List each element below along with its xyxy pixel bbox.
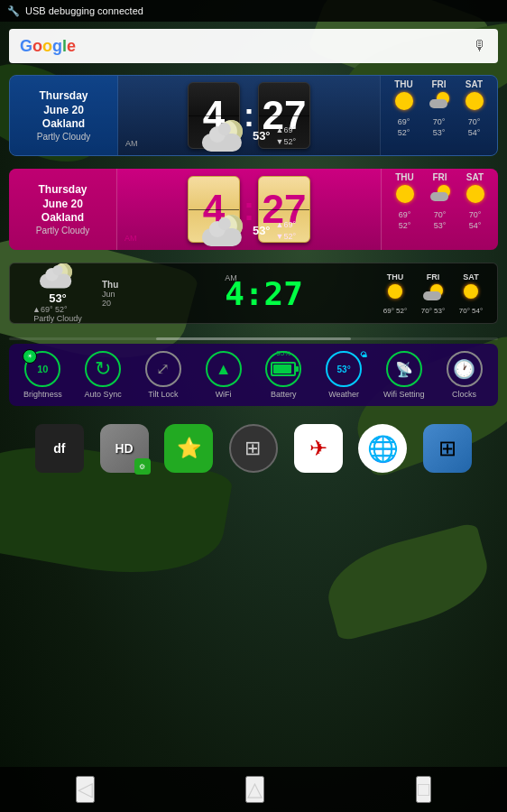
w2-day-3: SAT xyxy=(459,172,492,182)
nav-bar: ◁ △ □ xyxy=(0,767,507,812)
widget3-weather: 53° ▲69° 52° Partly Cloudy xyxy=(17,263,98,323)
widget3-colon: : xyxy=(244,275,264,312)
wifisetting-icon-circle[interactable]: 📡 xyxy=(386,351,422,387)
autosync-icon-circle[interactable]: ↻ xyxy=(85,351,121,387)
qs-wifi[interactable]: ▲ WiFi xyxy=(196,351,252,399)
brightness-badge: ☀ xyxy=(23,349,37,364)
widget1-city: Oakland xyxy=(42,117,85,132)
w1-temp-3: 70° 54° xyxy=(458,117,491,138)
battery-icon xyxy=(271,362,296,376)
widget1-day: Thursday June 20 xyxy=(39,89,88,117)
widgets-area: Thursday June 20 Oakland Partly Cloudy 4… xyxy=(0,70,507,337)
widget3-ampm: AM xyxy=(225,273,237,282)
clocks-icon: 🕐 xyxy=(453,358,475,380)
brightness-icon-circle[interactable]: 10 ☀ xyxy=(24,351,60,387)
qs-weather[interactable]: 53° 🌤 Weather xyxy=(316,351,372,399)
tiltlock-icon-circle[interactable]: ⤢ xyxy=(145,351,181,387)
widget2-weather-icon xyxy=(202,215,247,246)
widget3-date: Thu Jun 20 xyxy=(102,280,152,308)
widget1-weather-row: 53° ▲69° ▼52° xyxy=(202,120,296,152)
battery-pct: 95% xyxy=(276,349,290,357)
widget1-ampm: AM xyxy=(125,139,138,148)
star-icon: ⭐ xyxy=(177,437,201,460)
weather-icon-circle[interactable]: 53° 🌤 xyxy=(326,351,362,387)
widget3-time-display: AM 4 : 27 xyxy=(225,275,303,312)
widget1-temp: 53° xyxy=(253,129,271,143)
app-star[interactable]: ⭐ xyxy=(164,424,213,473)
scrollbar-hint xyxy=(9,337,498,340)
weather-clock-widget-1[interactable]: Thursday June 20 Oakland Partly Cloudy 4… xyxy=(9,75,498,156)
w3-day-3: SAT xyxy=(455,272,487,281)
qs-brightness[interactable]: 10 ☀ Brightness xyxy=(14,351,70,399)
battery-fill xyxy=(273,364,291,374)
search-bar[interactable]: Google 🎙 xyxy=(9,29,498,63)
mic-icon[interactable]: 🎙 xyxy=(473,38,487,54)
battery-icon-circle[interactable]: 95% xyxy=(265,351,301,387)
home-button[interactable]: △ xyxy=(245,776,264,803)
chrome-icon: 🌐 xyxy=(367,434,399,464)
widget1-forecast: THU FRI SAT 69° 52° 70° 53° 70° xyxy=(380,76,497,155)
qs-wifisetting[interactable]: 📡 Wifi Setting xyxy=(376,351,432,399)
brightness-label: Brightness xyxy=(23,390,62,399)
widget2-temp-range: ▲69° ▼52° xyxy=(276,219,297,242)
wifi-label: WiFi xyxy=(216,390,232,399)
widget1-forecast-temps: 69° 52° 70° 53° 70° 54° xyxy=(386,117,492,138)
recent-button[interactable]: □ xyxy=(416,776,431,803)
w2-day-2: FRI xyxy=(424,172,456,182)
weather-deg-badge: 🌤 xyxy=(360,351,367,359)
app-hd[interactable]: HD ⚙ xyxy=(100,424,149,473)
widget3-temp-row: 53° xyxy=(49,291,67,305)
brightness-number: 10 xyxy=(37,364,48,374)
app-df[interactable]: df xyxy=(35,424,84,473)
back-button[interactable]: ◁ xyxy=(76,776,95,803)
weather-clock-widget-2[interactable]: Thursday June 20 Oakland Partly Cloudy 4… xyxy=(9,169,498,250)
w1-temp-2: 70° 53° xyxy=(423,117,456,138)
widget3-clock: AM 4 : 27 xyxy=(155,275,373,312)
w1-icon-2 xyxy=(423,92,456,115)
battery-label: Battery xyxy=(271,390,297,399)
wifi-icon-circle[interactable]: ▲ xyxy=(206,351,242,387)
w2-icon-3 xyxy=(459,185,492,208)
rocket-icon: ✈ xyxy=(309,436,327,461)
w3-t-2: 70° 53° xyxy=(417,307,449,315)
hd-badge: ⚙ xyxy=(134,458,151,475)
widget3-condition: Partly Cloudy xyxy=(33,314,82,323)
app-rocket[interactable]: ✈ xyxy=(294,424,343,473)
wifisetting-icon: 📡 xyxy=(395,361,413,378)
status-text: USB debugging connected xyxy=(25,5,143,16)
w2-icon-2 xyxy=(424,185,456,208)
battery-display: 95% xyxy=(271,362,296,376)
widget3-forecast-temps: 69° 52° 70° 53° 70° 54° xyxy=(376,307,490,315)
clocks-label: Clocks xyxy=(452,390,476,399)
app-grid[interactable]: ⊞ xyxy=(229,424,278,473)
tiltlock-icon: ⤢ xyxy=(156,359,170,379)
w1-day-2: FRI xyxy=(423,79,456,89)
w1-icon-3 xyxy=(458,92,491,115)
qs-clocks[interactable]: 🕐 Clocks xyxy=(437,351,493,399)
widget2-forecast-icons xyxy=(387,185,493,208)
widget2-weather-row: 53° ▲69° ▼52° xyxy=(202,215,296,246)
w2-temp-3: 70° 54° xyxy=(459,210,492,231)
widget3-minute: 27 xyxy=(264,275,303,312)
df-label: df xyxy=(53,441,65,456)
clocks-icon-circle[interactable]: 🕐 xyxy=(447,351,483,387)
qs-battery[interactable]: 95% Battery xyxy=(255,351,311,399)
app-chrome[interactable]: 🌐 xyxy=(358,424,407,473)
quick-settings-bar: 10 ☀ Brightness ↻ Auto Sync ⤢ Tilt Lock … xyxy=(9,344,498,406)
qs-autosync[interactable]: ↻ Auto Sync xyxy=(75,351,131,399)
qs-tiltlock[interactable]: ⤢ Tilt Lock xyxy=(135,351,191,399)
usb-debug-icon: 🔧 xyxy=(7,5,20,17)
app-settings[interactable]: ⊞ xyxy=(423,424,472,473)
widget2-clock: 4 : 27 AM 53° ▲69° ▼52° xyxy=(117,169,381,250)
widget1-forecast-days: THU FRI SAT xyxy=(386,79,492,89)
w3-day-1: THU xyxy=(379,272,411,281)
widget1-temp-range: ▲69° ▼52° xyxy=(276,125,297,147)
w3-t-3: 70° 54° xyxy=(455,307,487,315)
widget3-hi-lo: ▲69° 52° xyxy=(32,305,87,314)
widget3-temp: 53° xyxy=(49,291,67,305)
weather-clock-widget-3[interactable]: 53° ▲69° 52° Partly Cloudy Thu Jun 20 AM… xyxy=(9,263,498,324)
widget2-day: Thursday June 20 xyxy=(38,183,87,211)
widget2-info: Thursday June 20 Oakland Partly Cloudy xyxy=(9,169,117,250)
widget2-city: Oakland xyxy=(41,211,84,226)
widget2-forecast: THU FRI SAT 69° 52° 70° 53° 70° xyxy=(381,169,498,250)
